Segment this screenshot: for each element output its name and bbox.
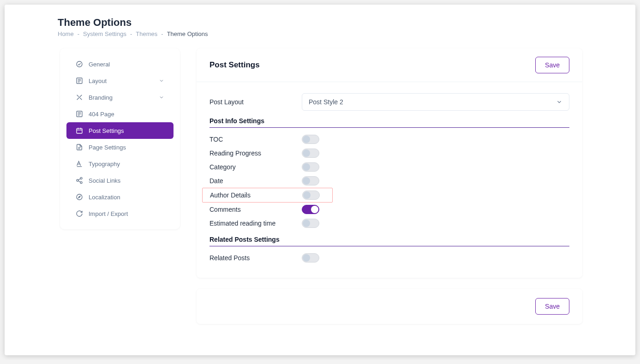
svg-point-16 bbox=[80, 177, 82, 179]
toggle-label: Date bbox=[209, 177, 302, 185]
sidebar-item-post-settings[interactable]: Post Settings bbox=[66, 122, 173, 139]
footer-card: Save bbox=[197, 289, 582, 324]
sidebar-item-import-export[interactable]: Import / Export bbox=[66, 205, 173, 222]
breadcrumb-home[interactable]: Home bbox=[58, 30, 74, 37]
svg-rect-9 bbox=[77, 128, 82, 133]
sidebar-item-layout[interactable]: Layout bbox=[66, 72, 173, 89]
file-icon bbox=[76, 143, 83, 151]
toggle-related-posts[interactable] bbox=[302, 253, 319, 263]
toggle-label: Author Details bbox=[210, 191, 302, 199]
toggle-row-toc: TOC bbox=[209, 132, 569, 146]
sidebar-item-label: Post Settings bbox=[89, 127, 164, 134]
save-button-bottom[interactable]: Save bbox=[535, 298, 569, 315]
share-icon bbox=[76, 177, 83, 184]
sidebar-item-label: Localization bbox=[89, 194, 164, 201]
toggle-row-reading-progress: Reading Progress bbox=[209, 146, 569, 160]
toggle-toc[interactable] bbox=[302, 135, 319, 144]
layout-icon bbox=[76, 77, 83, 84]
sidebar-item-social-links[interactable]: Social Links bbox=[66, 172, 173, 189]
content-row: General Layout Branding bbox=[5, 37, 635, 335]
sidebar-item-label: Import / Export bbox=[89, 210, 164, 217]
typography-icon bbox=[76, 160, 83, 167]
sidebar-item-label: Layout bbox=[89, 78, 153, 84]
breadcrumb-system-settings[interactable]: System Settings bbox=[83, 30, 126, 37]
svg-point-17 bbox=[77, 179, 78, 181]
sidebar-item-label: Page Settings bbox=[89, 144, 164, 151]
post-layout-row: Post Layout Post Style 2 bbox=[209, 93, 569, 111]
toggle-label: Related Posts bbox=[209, 254, 302, 262]
breadcrumb-current: Theme Options bbox=[167, 30, 208, 37]
post-info-section-title: Post Info Settings bbox=[209, 117, 569, 128]
sidebar-item-404-page[interactable]: 404 Page bbox=[66, 106, 173, 122]
card-title: Post Settings bbox=[209, 60, 260, 70]
sidebar-item-label: Social Links bbox=[89, 177, 164, 184]
breadcrumb-sep: - bbox=[130, 30, 132, 37]
svg-point-18 bbox=[80, 182, 82, 184]
save-button-top[interactable]: Save bbox=[535, 57, 569, 73]
toggle-label: Category bbox=[209, 163, 302, 171]
toggle-date[interactable] bbox=[302, 176, 319, 185]
svg-point-21 bbox=[77, 194, 82, 200]
toggle-label: TOC bbox=[209, 136, 302, 143]
sidebar-item-label: 404 Page bbox=[89, 111, 164, 118]
calendar-post-icon bbox=[76, 127, 83, 134]
compass-icon bbox=[76, 193, 83, 201]
toggle-category[interactable] bbox=[302, 162, 319, 172]
card-header: Post Settings Save bbox=[197, 48, 582, 82]
toggle-row-author-details: Author Details bbox=[202, 188, 333, 203]
breadcrumb: Home - System Settings - Themes - Theme … bbox=[58, 30, 635, 37]
chevron-down-icon bbox=[556, 99, 562, 105]
branding-icon bbox=[76, 94, 83, 101]
check-circle-icon bbox=[76, 60, 83, 68]
sidebar-item-label: Typography bbox=[89, 161, 164, 167]
svg-line-19 bbox=[78, 179, 81, 180]
toggle-row-estimated-reading-time: Estimated reading time bbox=[209, 216, 569, 230]
svg-line-20 bbox=[78, 181, 81, 182]
toggle-comments[interactable] bbox=[302, 205, 319, 214]
app-frame: Theme Options Home - System Settings - T… bbox=[5, 5, 635, 355]
sidebar-item-label: General bbox=[89, 61, 164, 68]
breadcrumb-themes[interactable]: Themes bbox=[136, 30, 157, 37]
related-posts-section-title: Related Posts Settings bbox=[209, 236, 569, 246]
toggle-row-comments: Comments bbox=[209, 203, 569, 216]
sidebar-item-localization[interactable]: Localization bbox=[66, 189, 173, 205]
select-value: Post Style 2 bbox=[309, 98, 343, 106]
breadcrumb-sep: - bbox=[78, 30, 79, 37]
post-layout-label: Post Layout bbox=[209, 98, 302, 106]
chevron-down-icon bbox=[159, 95, 164, 100]
card-footer: Save bbox=[197, 289, 582, 324]
page-header: Theme Options Home - System Settings - T… bbox=[5, 5, 635, 37]
sidebar-item-label: Branding bbox=[89, 94, 153, 101]
sidebar-item-typography[interactable]: Typography bbox=[66, 155, 173, 172]
toggle-estimated-reading-time[interactable] bbox=[302, 219, 319, 228]
settings-card: Post Settings Save Post Layout Post Styl… bbox=[197, 48, 582, 278]
toggle-label: Estimated reading time bbox=[209, 220, 302, 227]
chevron-down-icon bbox=[159, 78, 164, 84]
refresh-icon bbox=[76, 210, 83, 217]
post-layout-select[interactable]: Post Style 2 bbox=[302, 93, 569, 111]
breadcrumb-sep: - bbox=[161, 30, 163, 37]
card-body: Post Layout Post Style 2 Post Info Setti… bbox=[197, 82, 582, 278]
toggle-row-category: Category bbox=[209, 160, 569, 174]
toggle-label: Comments bbox=[209, 206, 302, 213]
sidebar-item-general[interactable]: General bbox=[66, 56, 173, 72]
toggle-row-date: Date bbox=[209, 174, 569, 188]
main-panel: Post Settings Save Post Layout Post Styl… bbox=[197, 48, 582, 335]
toggle-author-details[interactable] bbox=[302, 191, 320, 200]
sidebar-item-branding[interactable]: Branding bbox=[66, 89, 173, 106]
svg-marker-22 bbox=[78, 196, 80, 198]
sidebar-item-page-settings[interactable]: Page Settings bbox=[66, 139, 173, 155]
toggle-reading-progress[interactable] bbox=[302, 149, 319, 158]
page-icon bbox=[76, 110, 83, 118]
svg-point-0 bbox=[77, 61, 82, 67]
sidebar: General Layout Branding bbox=[60, 48, 180, 229]
page-title: Theme Options bbox=[58, 17, 635, 29]
toggle-label: Reading Progress bbox=[209, 149, 302, 157]
toggle-row-related-posts: Related Posts bbox=[209, 251, 569, 265]
